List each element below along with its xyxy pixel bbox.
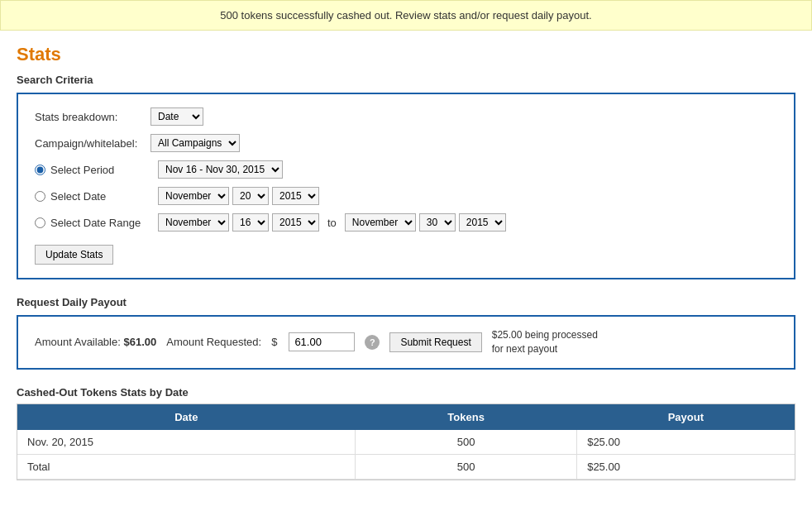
stats-table-container: Date Tokens Payout Nov. 20, 2015 500 $25… bbox=[17, 403, 795, 480]
table-header-row: Date Tokens Payout bbox=[17, 404, 795, 430]
amount-requested-input[interactable] bbox=[289, 332, 355, 351]
range-to-year-select[interactable]: 2015 2014 bbox=[459, 213, 506, 232]
stats-breakdown-select[interactable]: Date Week Month bbox=[150, 107, 203, 126]
cell-tokens: 500 bbox=[356, 430, 577, 455]
dollar-sign: $ bbox=[271, 336, 277, 348]
select-date-range-label: Select Date Range bbox=[50, 217, 158, 229]
stats-table: Date Tokens Payout Nov. 20, 2015 500 $25… bbox=[17, 404, 795, 480]
range-to-month-select[interactable]: November December bbox=[345, 213, 416, 232]
table-row: Nov. 20, 2015 500 $25.00 bbox=[17, 430, 795, 455]
select-date-row: Select Date November December January 20… bbox=[35, 187, 777, 205]
payout-box: Amount Available: $61.00 Amount Requeste… bbox=[17, 315, 795, 370]
banner: 500 tokens successfully cashed out. Revi… bbox=[0, 0, 812, 31]
period-select[interactable]: Nov 16 - Nov 30, 2015 bbox=[158, 160, 283, 179]
range-from-month-select[interactable]: November December bbox=[158, 213, 229, 232]
search-criteria-box: Stats breakdown: Date Week Month Campaig… bbox=[17, 93, 795, 279]
payout-note: $25.00 being processed for next payout bbox=[492, 328, 608, 356]
amount-available-label: Amount Available: bbox=[35, 336, 121, 348]
select-period-label: Select Period bbox=[50, 164, 158, 176]
amount-requested-label: Amount Requested: bbox=[166, 336, 261, 348]
page-title: Stats bbox=[17, 44, 795, 65]
range-from-year-select[interactable]: 2015 2014 bbox=[272, 213, 319, 232]
campaign-label: Campaign/whitelabel: bbox=[35, 137, 150, 150]
cell-payout: $25.00 bbox=[577, 454, 795, 479]
select-date-label: Select Date bbox=[50, 190, 158, 203]
select-period-row: Select Period Nov 16 - Nov 30, 2015 bbox=[35, 160, 777, 179]
campaign-row: Campaign/whitelabel: All Campaigns bbox=[35, 134, 777, 152]
cell-payout: $25.00 bbox=[577, 430, 795, 455]
date-day-select[interactable]: 20 19 18 bbox=[232, 187, 269, 205]
date-month-select[interactable]: November December January bbox=[158, 187, 229, 205]
col-date-header: Date bbox=[17, 404, 356, 430]
update-stats-button[interactable]: Update Stats bbox=[35, 245, 113, 265]
cell-date: Nov. 20, 2015 bbox=[17, 430, 356, 455]
campaign-select[interactable]: All Campaigns bbox=[150, 134, 240, 152]
select-date-range-radio[interactable] bbox=[35, 217, 45, 228]
submit-request-button[interactable]: Submit Request bbox=[389, 332, 481, 352]
range-to-day-select[interactable]: 30 29 bbox=[419, 213, 456, 232]
cell-tokens: 500 bbox=[356, 454, 577, 479]
help-icon[interactable]: ? bbox=[365, 335, 380, 350]
search-criteria-label: Search Criteria bbox=[17, 74, 795, 86]
to-label: to bbox=[327, 217, 337, 229]
stats-breakdown-row: Stats breakdown: Date Week Month bbox=[35, 107, 777, 126]
table-row: Total 500 $25.00 bbox=[17, 454, 795, 479]
col-tokens-header: Tokens bbox=[356, 404, 577, 430]
select-date-range-row: Select Date Range November December 16 1… bbox=[35, 213, 777, 232]
table-section-label: Cashed-Out Tokens Stats by Date bbox=[17, 386, 795, 399]
range-from-day-select[interactable]: 16 17 bbox=[232, 213, 269, 232]
select-period-radio[interactable] bbox=[35, 165, 45, 175]
col-payout-header: Payout bbox=[577, 404, 795, 430]
date-year-select[interactable]: 2015 2014 bbox=[272, 187, 319, 205]
cell-date: Total bbox=[17, 454, 356, 479]
select-date-radio[interactable] bbox=[35, 191, 45, 202]
banner-message: 500 tokens successfully cashed out. Revi… bbox=[220, 9, 591, 21]
payout-section-label: Request Daily Payout bbox=[17, 296, 795, 308]
stats-breakdown-label: Stats breakdown: bbox=[35, 111, 150, 123]
amount-available-value: $61.00 bbox=[123, 336, 156, 348]
